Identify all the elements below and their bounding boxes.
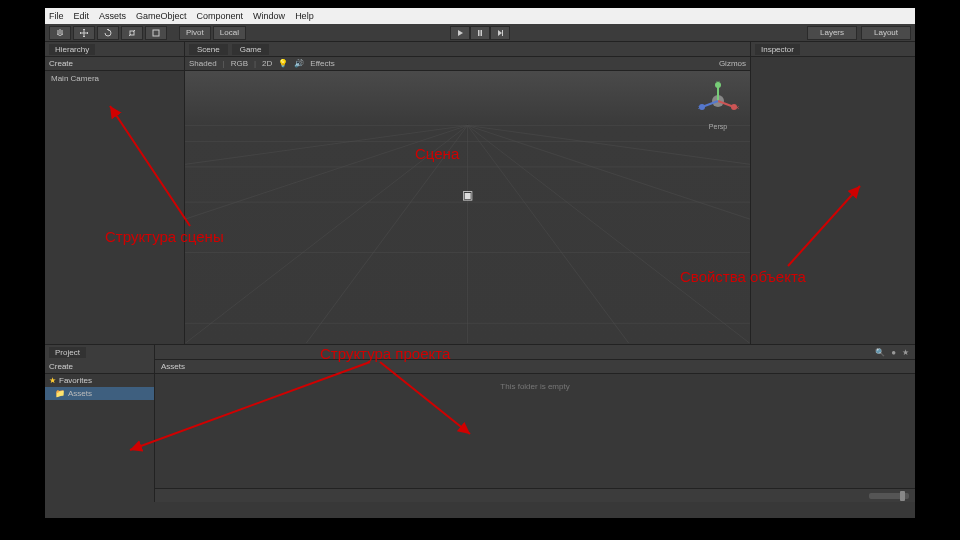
svg-line-16 (185, 125, 467, 252)
tool-hand[interactable] (49, 26, 71, 40)
tool-rect[interactable] (145, 26, 167, 40)
orientation-gizmo[interactable]: y x z (696, 79, 740, 123)
layout-dropdown[interactable]: Layout (861, 26, 911, 40)
scene-tab[interactable]: Scene (189, 44, 228, 55)
project-create[interactable]: Create (49, 362, 73, 371)
svg-point-27 (715, 82, 721, 88)
pause-button[interactable] (470, 26, 490, 40)
toolbar: Pivot Local Layers Layout (45, 24, 915, 42)
assets-folder[interactable]: 📁Assets (45, 387, 154, 400)
gizmos-dropdown[interactable]: Gizmos (719, 59, 746, 68)
project-tab[interactable]: Project (49, 347, 86, 358)
svg-rect-3 (481, 30, 483, 36)
scene-viewport[interactable]: ▣ y x z Persp (185, 71, 750, 344)
folder-icon: 📁 (55, 389, 65, 398)
local-toggle[interactable]: Local (213, 26, 246, 40)
svg-line-13 (467, 125, 749, 343)
tool-rotate[interactable] (97, 26, 119, 40)
menu-component[interactable]: Component (197, 11, 244, 21)
tool-scale[interactable] (121, 26, 143, 40)
svg-line-15 (467, 125, 628, 343)
filter-icon[interactable]: ● (891, 348, 896, 357)
search-icon[interactable]: 🔍 (875, 348, 885, 357)
play-button[interactable] (450, 26, 470, 40)
2d-toggle[interactable]: 2D (262, 59, 272, 68)
menu-file[interactable]: File (49, 11, 64, 21)
layers-dropdown[interactable]: Layers (807, 26, 857, 40)
menu-edit[interactable]: Edit (74, 11, 90, 21)
projection-label[interactable]: Persp (696, 123, 740, 130)
favorites-folder[interactable]: ★Favorites (45, 374, 154, 387)
project-search[interactable] (161, 347, 869, 357)
svg-line-18 (185, 125, 467, 192)
svg-line-17 (467, 125, 749, 252)
effects-dropdown[interactable]: Effects (310, 59, 334, 68)
hierarchy-create[interactable]: Create (49, 59, 73, 68)
shaded-dropdown[interactable]: Shaded (189, 59, 217, 68)
svg-rect-4 (502, 30, 503, 36)
inspector-tab[interactable]: Inspector (755, 44, 800, 55)
assets-grid[interactable]: This folder is empty (155, 374, 915, 488)
svg-point-28 (731, 104, 737, 110)
menu-window[interactable]: Window (253, 11, 285, 21)
hierarchy-item-main-camera[interactable]: Main Camera (51, 74, 178, 83)
play-controls (450, 26, 510, 40)
camera-icon: ▣ (462, 188, 473, 202)
app-frame: File Edit Assets GameObject Component Wi… (45, 8, 915, 518)
menubar: File Edit Assets GameObject Component Wi… (45, 8, 915, 24)
assets-breadcrumb[interactable]: Assets (161, 362, 185, 371)
pivot-label: Pivot (186, 28, 204, 37)
svg-rect-1 (153, 30, 159, 36)
menu-gameobject[interactable]: GameObject (136, 11, 187, 21)
scene-grid (185, 71, 750, 343)
main-area: Hierarchy Create Main Camera Scene Game … (45, 42, 915, 344)
empty-folder-text: This folder is empty (500, 382, 569, 391)
svg-point-29 (699, 104, 705, 110)
svg-line-12 (185, 125, 467, 343)
svg-line-19 (467, 125, 749, 192)
scene-panel: Scene Game Shaded | RGB | 2D 💡 🔊 Effects… (185, 42, 750, 344)
menu-assets[interactable]: Assets (99, 11, 126, 21)
thumbnail-size-slider[interactable] (869, 493, 909, 499)
project-panel: Project Create ★Favorites 📁Assets 🔍 ● ★ … (45, 344, 915, 502)
audio-toggle[interactable]: 🔊 (294, 59, 304, 68)
menu-help[interactable]: Help (295, 11, 314, 21)
hierarchy-panel: Hierarchy Create Main Camera (45, 42, 185, 344)
inspector-panel: Inspector (750, 42, 915, 344)
local-label: Local (220, 28, 239, 37)
svg-rect-2 (478, 30, 480, 36)
rgb-dropdown[interactable]: RGB (231, 59, 248, 68)
star-filter-icon[interactable]: ★ (902, 348, 909, 357)
pivot-toggle[interactable]: Pivot (179, 26, 211, 40)
svg-line-14 (306, 125, 467, 343)
step-button[interactable] (490, 26, 510, 40)
tool-move[interactable] (73, 26, 95, 40)
light-toggle[interactable]: 💡 (278, 59, 288, 68)
game-tab[interactable]: Game (232, 44, 270, 55)
star-icon: ★ (49, 376, 56, 385)
hierarchy-tab[interactable]: Hierarchy (49, 44, 95, 55)
